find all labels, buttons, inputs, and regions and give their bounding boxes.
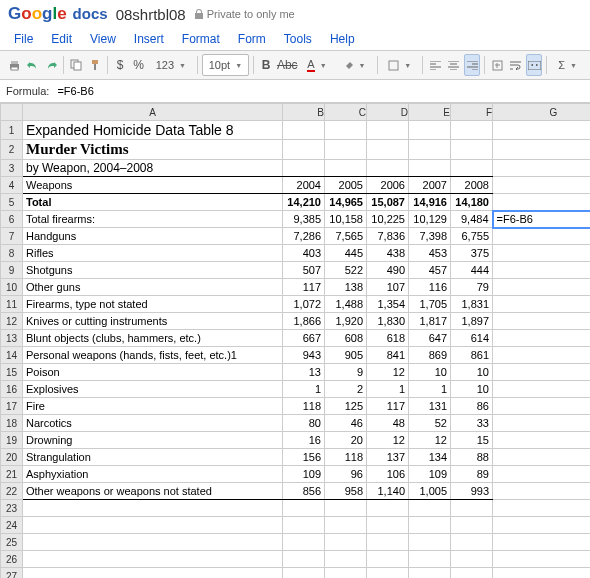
cell[interactable]: 107 xyxy=(367,279,409,296)
cell[interactable] xyxy=(451,140,493,160)
row-header[interactable]: 25 xyxy=(1,534,23,551)
cell[interactable]: 12 xyxy=(367,432,409,449)
cell[interactable]: 490 xyxy=(367,262,409,279)
menu-file[interactable]: File xyxy=(6,30,41,48)
align-center-button[interactable] xyxy=(445,54,461,76)
cell[interactable] xyxy=(409,140,451,160)
active-cell[interactable]: =F6-B6 xyxy=(493,211,591,228)
row-header[interactable]: 7 xyxy=(1,228,23,245)
col-header-G[interactable]: G xyxy=(493,104,591,121)
cell[interactable]: 618 xyxy=(367,330,409,347)
cell[interactable]: 1,488 xyxy=(325,296,367,313)
formula-input[interactable] xyxy=(55,83,584,99)
row-header[interactable]: 15 xyxy=(1,364,23,381)
cell[interactable] xyxy=(451,568,493,579)
cell[interactable] xyxy=(493,449,591,466)
cell[interactable] xyxy=(409,517,451,534)
col-header-E[interactable]: E xyxy=(409,104,451,121)
menu-insert[interactable]: Insert xyxy=(126,30,172,48)
row-header[interactable]: 27 xyxy=(1,568,23,579)
cell[interactable] xyxy=(493,121,591,140)
cell[interactable]: 10 xyxy=(451,381,493,398)
row-header[interactable]: 17 xyxy=(1,398,23,415)
cell[interactable]: 647 xyxy=(409,330,451,347)
corner-cell[interactable] xyxy=(1,104,23,121)
row-header[interactable]: 8 xyxy=(1,245,23,262)
cell[interactable]: 856 xyxy=(283,483,325,500)
menu-view[interactable]: View xyxy=(82,30,124,48)
col-header-B[interactable]: B xyxy=(283,104,325,121)
cell[interactable]: Weapons xyxy=(23,177,283,194)
font-size-select[interactable]: 10pt▼ xyxy=(202,54,249,76)
cell[interactable]: 2006 xyxy=(367,177,409,194)
cell[interactable] xyxy=(325,160,367,177)
cell[interactable]: 1,705 xyxy=(409,296,451,313)
cell[interactable]: Total firearms: xyxy=(23,211,283,228)
text-color-button[interactable]: A▼ xyxy=(300,54,333,76)
cell[interactable] xyxy=(493,279,591,296)
cell[interactable] xyxy=(325,121,367,140)
privacy-indicator[interactable]: Private to only me xyxy=(194,8,295,20)
cell[interactable]: Drowning xyxy=(23,432,283,449)
cell[interactable]: 608 xyxy=(325,330,367,347)
cell[interactable]: 9,484 xyxy=(451,211,493,228)
cell[interactable]: 116 xyxy=(409,279,451,296)
row-header[interactable]: 11 xyxy=(1,296,23,313)
currency-button[interactable]: $ xyxy=(112,54,128,76)
cell[interactable] xyxy=(409,160,451,177)
cell[interactable]: 943 xyxy=(283,347,325,364)
cell[interactable]: 1 xyxy=(367,381,409,398)
cell[interactable]: Handguns xyxy=(23,228,283,245)
cell[interactable] xyxy=(283,568,325,579)
cell[interactable] xyxy=(493,194,591,211)
cell[interactable]: 137 xyxy=(367,449,409,466)
cell[interactable]: 109 xyxy=(409,466,451,483)
row-header[interactable]: 5 xyxy=(1,194,23,211)
wrap-text-button[interactable] xyxy=(507,54,523,76)
row-header[interactable]: 10 xyxy=(1,279,23,296)
cell[interactable]: 2005 xyxy=(325,177,367,194)
formula-button[interactable]: Σ▼ xyxy=(551,54,584,76)
cell[interactable] xyxy=(493,517,591,534)
row-header[interactable]: 4 xyxy=(1,177,23,194)
cell[interactable] xyxy=(493,313,591,330)
row-header[interactable]: 18 xyxy=(1,415,23,432)
cell[interactable]: 1 xyxy=(409,381,451,398)
align-left-button[interactable] xyxy=(427,54,443,76)
print-button[interactable] xyxy=(6,54,22,76)
cell[interactable]: 1,817 xyxy=(409,313,451,330)
cell[interactable] xyxy=(283,121,325,140)
cell[interactable]: 507 xyxy=(283,262,325,279)
cell[interactable] xyxy=(367,140,409,160)
cell[interactable]: 2004 xyxy=(283,177,325,194)
cell[interactable]: 1,866 xyxy=(283,313,325,330)
row-header[interactable]: 21 xyxy=(1,466,23,483)
cell[interactable] xyxy=(367,568,409,579)
cell[interactable]: 445 xyxy=(325,245,367,262)
cell[interactable]: Firearms, type not stated xyxy=(23,296,283,313)
cell[interactable] xyxy=(367,500,409,517)
row-header[interactable]: 23 xyxy=(1,500,23,517)
row-header[interactable]: 1 xyxy=(1,121,23,140)
menu-tools[interactable]: Tools xyxy=(276,30,320,48)
cell[interactable] xyxy=(367,121,409,140)
cell[interactable]: 7,565 xyxy=(325,228,367,245)
row-header[interactable]: 3 xyxy=(1,160,23,177)
cell[interactable]: 10 xyxy=(451,364,493,381)
cell[interactable]: 861 xyxy=(451,347,493,364)
cell[interactable] xyxy=(283,140,325,160)
cell[interactable]: Explosives xyxy=(23,381,283,398)
cell[interactable]: Shotguns xyxy=(23,262,283,279)
document-name[interactable]: 08shrtbl08 xyxy=(116,6,186,23)
percent-button[interactable]: % xyxy=(130,54,146,76)
cell[interactable] xyxy=(409,121,451,140)
row-header[interactable]: 20 xyxy=(1,449,23,466)
cell[interactable]: 14,180 xyxy=(451,194,493,211)
cell[interactable]: 958 xyxy=(325,483,367,500)
row-header[interactable]: 19 xyxy=(1,432,23,449)
cell[interactable]: Rifles xyxy=(23,245,283,262)
cell[interactable]: 134 xyxy=(409,449,451,466)
cell[interactable]: 10,225 xyxy=(367,211,409,228)
cell[interactable] xyxy=(493,364,591,381)
cell[interactable]: Strangulation xyxy=(23,449,283,466)
